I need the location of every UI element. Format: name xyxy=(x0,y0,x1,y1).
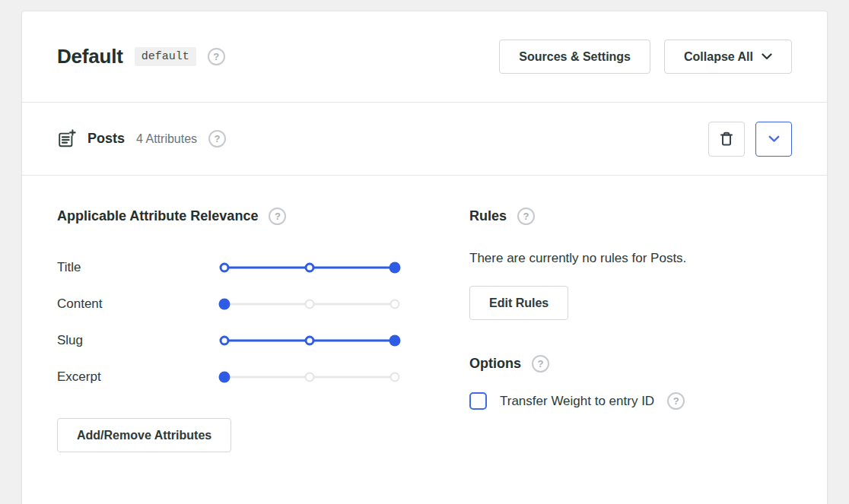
attributes-column: Applicable Attribute Relevance ? TitleCo… xyxy=(57,208,395,452)
add-remove-attributes-label: Add/Remove Attributes xyxy=(77,429,211,442)
slider-step-dot[interactable] xyxy=(305,372,315,382)
slider-step-dot[interactable] xyxy=(390,300,400,309)
engine-title: Default xyxy=(57,45,123,68)
collapse-all-button[interactable]: Collapse All xyxy=(664,40,792,74)
engine-header-left: Default default ? xyxy=(57,45,225,68)
collapse-source-button[interactable] xyxy=(755,122,792,157)
source-panel-body: Applicable Attribute Relevance ? TitleCo… xyxy=(22,176,827,452)
trash-icon xyxy=(719,131,734,147)
edit-rules-button[interactable]: Edit Rules xyxy=(469,286,568,320)
help-icon[interactable]: ? xyxy=(208,48,225,65)
attribute-relevance-slider[interactable] xyxy=(224,334,395,347)
attribute-relevance-slider[interactable] xyxy=(224,262,395,274)
attribute-sliders: TitleContentSlugExcerpt xyxy=(57,249,395,395)
attribute-label: Slug xyxy=(57,333,224,348)
rules-empty-message: There are currently no rules for Posts. xyxy=(469,251,792,266)
slider-step-dot[interactable] xyxy=(220,263,230,273)
slider-thumb[interactable] xyxy=(219,372,231,383)
slider-step-dot[interactable] xyxy=(305,300,315,309)
source-panel-actions xyxy=(708,122,792,157)
rules-heading: Rules xyxy=(469,208,507,224)
transfer-weight-label: Transfer Weight to entry ID xyxy=(500,394,654,409)
attribute-label: Content xyxy=(57,296,224,312)
attribute-label: Excerpt xyxy=(57,369,224,385)
source-title: Posts xyxy=(87,131,125,147)
attribute-relevance-slider[interactable] xyxy=(224,371,395,383)
sources-settings-label: Sources & Settings xyxy=(519,50,631,64)
options-heading-row: Options ? xyxy=(469,355,792,372)
attribute-slider-row: Content xyxy=(57,286,395,322)
attribute-slider-row: Slug xyxy=(57,322,395,359)
chevron-down-icon xyxy=(762,53,772,60)
slider-thumb[interactable] xyxy=(390,335,401,347)
engine-header-actions: Sources & Settings Collapse All xyxy=(499,40,792,74)
slider-thumb[interactable] xyxy=(390,262,401,274)
rules-options-column: Rules ? There are currently no rules for… xyxy=(469,208,792,452)
source-attributes-count: 4 Attributes xyxy=(136,132,197,146)
attributes-heading-row: Applicable Attribute Relevance ? xyxy=(57,208,395,225)
slider-step-dot[interactable] xyxy=(305,263,315,273)
transfer-weight-checkbox[interactable] xyxy=(469,392,487,410)
edit-rules-label: Edit Rules xyxy=(489,296,549,310)
help-icon[interactable]: ? xyxy=(667,392,685,410)
collapse-all-label: Collapse All xyxy=(684,50,753,64)
attribute-slider-row: Excerpt xyxy=(57,359,395,395)
engine-header: Default default ? Sources & Settings Col… xyxy=(22,11,827,103)
post-add-icon xyxy=(57,129,76,149)
attributes-heading: Applicable Attribute Relevance xyxy=(57,208,258,224)
help-icon[interactable]: ? xyxy=(208,130,226,147)
chevron-down-icon xyxy=(768,135,780,143)
sources-settings-button[interactable]: Sources & Settings xyxy=(499,40,650,74)
attribute-label: Title xyxy=(57,260,224,275)
help-icon[interactable]: ? xyxy=(269,208,286,225)
add-remove-attributes-button[interactable]: Add/Remove Attributes xyxy=(57,418,231,452)
attribute-relevance-slider[interactable] xyxy=(224,298,395,310)
transfer-weight-option: Transfer Weight to entry ID ? xyxy=(469,392,792,410)
slider-step-dot[interactable] xyxy=(390,372,400,382)
source-panel-header: Posts 4 Attributes ? xyxy=(22,103,827,176)
slider-step-dot[interactable] xyxy=(305,336,315,346)
help-icon[interactable]: ? xyxy=(517,208,535,225)
slider-step-dot[interactable] xyxy=(220,336,230,346)
attribute-slider-row: Title xyxy=(57,249,395,286)
slider-thumb[interactable] xyxy=(219,299,231,310)
rules-heading-row: Rules ? xyxy=(469,208,792,225)
options-heading: Options xyxy=(469,356,521,372)
delete-source-button[interactable] xyxy=(708,122,745,157)
engine-card: Default default ? Sources & Settings Col… xyxy=(21,11,828,504)
help-icon[interactable]: ? xyxy=(532,355,549,372)
engine-slug-badge: default xyxy=(135,47,196,66)
source-panel-title-group: Posts 4 Attributes ? xyxy=(57,129,226,149)
